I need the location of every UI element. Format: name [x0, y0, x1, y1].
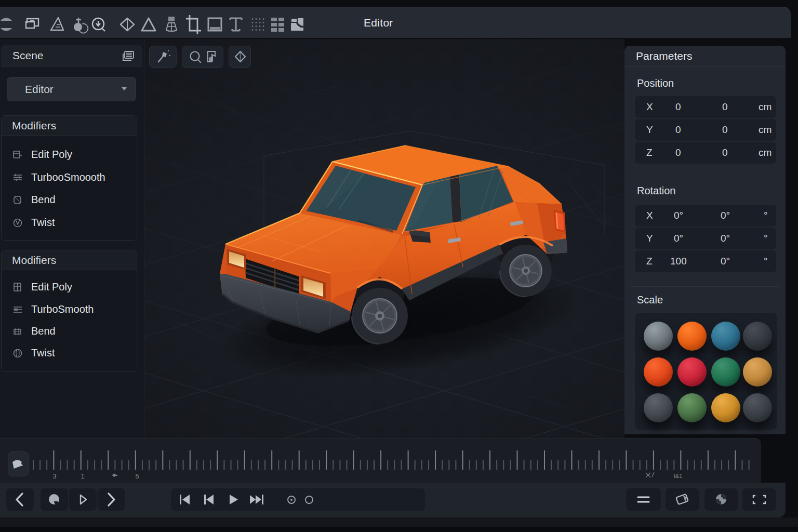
- svg-text:I&1: I&1: [674, 473, 683, 479]
- svg-text:5: 5: [135, 472, 139, 480]
- svg-text:1: 1: [81, 472, 84, 480]
- svg-text:3: 3: [52, 472, 56, 480]
